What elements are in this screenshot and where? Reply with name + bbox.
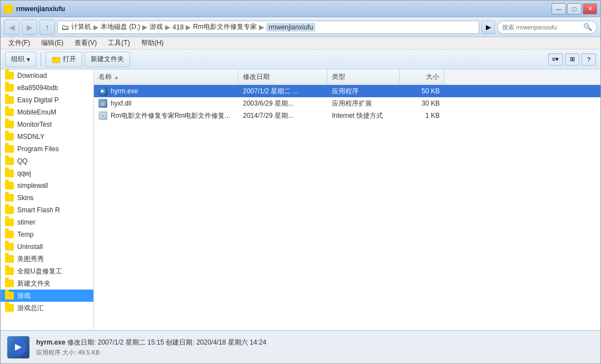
file-area: 名称 ▲ 修改日期 类型 大小 bbox=[94, 69, 600, 330]
search-icon[interactable]: 🔍 bbox=[583, 23, 592, 31]
explorer-window: rmwenjianxiufu — □ ✕ ◀ ▶ ↑ 🗂 计算机 ▶ 本地磁盘 … bbox=[0, 0, 601, 364]
menu-file[interactable]: 文件(F) bbox=[4, 37, 34, 49]
back-button[interactable]: ◀ bbox=[4, 19, 19, 35]
help-button[interactable]: ? bbox=[582, 53, 596, 66]
column-size[interactable]: 大小 bbox=[400, 69, 444, 84]
sidebar-item-udisk[interactable]: 全能U盘修复工 bbox=[1, 265, 93, 277]
folder-icon bbox=[5, 108, 14, 116]
sidebar-item-youxizh[interactable]: 游戏总汇 bbox=[1, 302, 93, 314]
sidebar-item-stimer[interactable]: stimer bbox=[1, 216, 93, 228]
sidebar-item-meitu[interactable]: 美图秀秀 bbox=[1, 253, 93, 265]
organize-label: 组织 bbox=[11, 54, 24, 64]
status-file-icon bbox=[7, 336, 29, 358]
cell-name: hyrm.exe bbox=[94, 85, 239, 97]
menu-bar: 文件(F) 编辑(E) 查看(V) 工具(T) 帮助(H) bbox=[1, 37, 600, 49]
folder-icon bbox=[5, 292, 14, 300]
sidebar-item-youxi[interactable]: 游戏 bbox=[1, 290, 93, 302]
sidebar-item-programfiles[interactable]: Program Files bbox=[1, 143, 93, 155]
window-title: rmwenjianxiufu bbox=[16, 5, 552, 13]
open-button[interactable]: 打开 bbox=[46, 52, 82, 67]
status-bar: hyrm.exe 修改日期: 2007/1/2 星期二 15:15 创建日期: … bbox=[1, 330, 600, 363]
link-icon: ↗ bbox=[98, 111, 107, 120]
sidebar-item-label: 游戏 bbox=[17, 291, 31, 301]
sidebar-item-easy[interactable]: Easy Digital P bbox=[1, 94, 93, 106]
sidebar-item-label: Program Files bbox=[17, 145, 59, 153]
folder-icon bbox=[5, 280, 14, 287]
list-view-button[interactable]: ≡▾ bbox=[548, 53, 563, 66]
sidebar-item-label: Smart Flash R bbox=[17, 206, 60, 214]
table-row[interactable]: hyrm.exe 2007/1/2 星期二 ... 应用程序 50 KB bbox=[94, 85, 600, 97]
minimize-button[interactable]: — bbox=[552, 3, 566, 14]
dll-icon: D bbox=[98, 99, 107, 108]
address-go-button[interactable]: ▶ bbox=[481, 21, 495, 34]
cell-size: 30 KB bbox=[400, 97, 444, 109]
open-icon bbox=[52, 55, 61, 64]
file-list-header: 名称 ▲ 修改日期 类型 大小 bbox=[94, 69, 600, 85]
open-label: 打开 bbox=[63, 54, 76, 64]
column-type[interactable]: 类型 bbox=[327, 69, 400, 84]
sidebar-item-uninstall[interactable]: Uninstall bbox=[1, 241, 93, 253]
addr-computer[interactable]: 计算机 bbox=[71, 22, 91, 32]
sidebar-item-monitor[interactable]: MonitorTest bbox=[1, 118, 93, 131]
folder-icon bbox=[5, 194, 14, 202]
maximize-button[interactable]: □ bbox=[567, 3, 582, 14]
menu-tools[interactable]: 工具(T) bbox=[103, 37, 134, 49]
cell-name: D hyxf.dll bbox=[94, 97, 239, 109]
menu-help[interactable]: 帮助(H) bbox=[137, 37, 168, 49]
addr-games[interactable]: 游戏 bbox=[150, 22, 163, 32]
title-bar: rmwenjianxiufu — □ ✕ bbox=[1, 1, 600, 17]
cell-size: 50 KB bbox=[400, 85, 444, 97]
window-controls: — □ ✕ bbox=[552, 3, 597, 14]
toolbar: 组织 ▾ 打开 新建文件夹 ≡▾ ⊞ ? bbox=[1, 49, 600, 69]
sidebar-item-download[interactable]: Download bbox=[1, 69, 93, 82]
menu-edit[interactable]: 编辑(E) bbox=[37, 37, 68, 49]
main-content: Download e8a85094bdb Easy Digital P Mobi… bbox=[1, 69, 600, 330]
folder-icon bbox=[5, 169, 14, 177]
sidebar-item-e8a[interactable]: e8a85094bdb bbox=[1, 82, 93, 94]
forward-button[interactable]: ▶ bbox=[22, 19, 37, 35]
sidebar-item-label: Temp bbox=[17, 231, 33, 238]
folder-icon bbox=[5, 133, 14, 141]
sidebar-item-skins[interactable]: Skins bbox=[1, 192, 93, 204]
folder-icon bbox=[5, 255, 14, 263]
sidebar-item-mobile[interactable]: MobileEmuM bbox=[1, 106, 93, 118]
cell-date: 2007/1/2 星期二 ... bbox=[239, 85, 327, 97]
svg-text:↗: ↗ bbox=[101, 114, 105, 118]
table-row[interactable]: ↗ Rm电影文件修复专家Rm电影文件修复... 2014/7/29 星期... … bbox=[94, 109, 600, 122]
toolbar-separator bbox=[41, 53, 41, 66]
sidebar-item-qq[interactable]: QQ bbox=[1, 155, 93, 167]
sidebar-item-newfolder[interactable]: 新建文件夹 bbox=[1, 277, 93, 290]
addr-current[interactable]: rmwenjianxiufu bbox=[266, 23, 315, 32]
folder-icon bbox=[5, 243, 14, 251]
search-box[interactable]: 🔍 bbox=[497, 21, 597, 34]
menu-view[interactable]: 查看(V) bbox=[70, 37, 101, 49]
status-detail1: 修改日期: 2007/1/2 星期二 15:15 创建日期: 2020/4/18… bbox=[67, 338, 266, 346]
sidebar-item-label: 美图秀秀 bbox=[17, 255, 44, 264]
new-folder-button[interactable]: 新建文件夹 bbox=[85, 52, 130, 67]
sidebar-item-simplewall[interactable]: simplewall bbox=[1, 179, 93, 192]
organize-arrow: ▾ bbox=[27, 56, 30, 63]
addr-disk[interactable]: 本地磁盘 (D:) bbox=[101, 22, 140, 32]
table-row[interactable]: D hyxf.dll 2003/6/29 星期... 应用程序扩展 30 KB bbox=[94, 97, 600, 109]
sidebar-item-label: MonitorTest bbox=[17, 121, 52, 128]
address-folder-icon: 🗂 bbox=[61, 23, 69, 32]
sidebar-item-msdnly[interactable]: MSDNLY bbox=[1, 131, 93, 143]
sidebar-item-label: stimer bbox=[17, 218, 36, 226]
addr-418[interactable]: 418 bbox=[172, 23, 183, 31]
sidebar-item-qqwj[interactable]: qqwj bbox=[1, 167, 93, 179]
column-name[interactable]: 名称 ▲ bbox=[94, 69, 239, 84]
sidebar-item-label: simplewall bbox=[17, 182, 48, 190]
search-input[interactable] bbox=[502, 24, 583, 31]
organize-button[interactable]: 组织 ▾ bbox=[5, 52, 36, 67]
folder-icon bbox=[5, 145, 14, 153]
address-bar[interactable]: 🗂 计算机 ▶ 本地磁盘 (D:) ▶ 游戏 ▶ 418 ▶ Rm电影文件修复专… bbox=[57, 21, 479, 34]
addr-rm[interactable]: Rm电影文件修复专家 bbox=[193, 22, 257, 32]
sidebar-item-smartflash[interactable]: Smart Flash R bbox=[1, 204, 93, 216]
column-date[interactable]: 修改日期 bbox=[239, 69, 327, 84]
close-button[interactable]: ✕ bbox=[583, 3, 597, 14]
status-filename: hyrm.exe 修改日期: 2007/1/2 星期二 15:15 创建日期: … bbox=[36, 338, 594, 347]
sidebar-item-temp[interactable]: Temp bbox=[1, 228, 93, 241]
cell-size: 1 KB bbox=[400, 109, 444, 122]
layout-button[interactable]: ⊞ bbox=[565, 53, 579, 66]
up-button[interactable]: ↑ bbox=[39, 19, 55, 35]
